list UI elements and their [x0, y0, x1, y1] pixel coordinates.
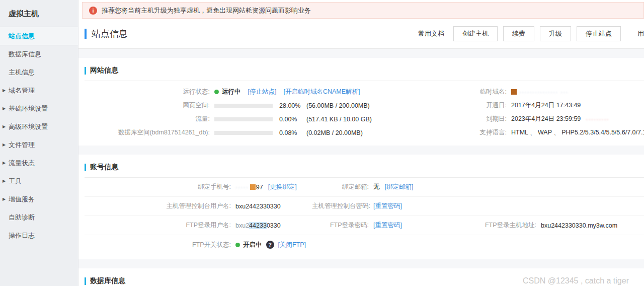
- ftp-switch-label: FTP开关状态:: [85, 241, 235, 249]
- sidebar-item-label: 文件管理: [9, 141, 35, 149]
- create-host-button[interactable]: 创建主机: [453, 26, 498, 41]
- expire-date-label: 到期日:: [385, 115, 511, 123]
- expand-arrow-icon: ▶: [3, 154, 6, 172]
- sidebar-menu: 站点信息数据库信息主机信息▶域名管理▶基础环境设置▶高级环境设置▶文件管理▶流量…: [0, 27, 78, 245]
- website-info-header: 网站信息: [85, 65, 644, 76]
- upgrade-notice-bar: i 推荐您将当前主机升级为独享虚机，避免出现网站耗资源问题而影响业务: [82, 2, 644, 19]
- clipped-header-text[interactable]: 用: [637, 29, 644, 38]
- email-label: 绑定邮箱:: [312, 183, 373, 191]
- language-value: HTML 、 WAP 、 PHP5.2/5.3/5.4/5.5/5.6/7.0/…: [511, 128, 644, 137]
- expand-arrow-icon: ▶: [3, 118, 6, 136]
- section-accent-bar: [85, 164, 86, 171]
- open-date-value: 2017年4月24日 17:43:49: [511, 101, 644, 110]
- sidebar-item-site-info[interactable]: 站点信息: [0, 27, 78, 45]
- web-space-progressbar: [214, 104, 273, 108]
- common-docs-link[interactable]: 常用文档: [418, 29, 444, 38]
- renew-button[interactable]: 续费: [503, 26, 534, 41]
- bind-email-link[interactable]: [绑定邮箱]: [385, 183, 414, 191]
- sidebar-item-file-manage[interactable]: ▶文件管理: [0, 136, 78, 154]
- masked-block-icon: [250, 184, 256, 190]
- sidebar-title: 虚拟主机: [0, 0, 78, 27]
- sidebar-item-label: 高级环境设置: [9, 123, 48, 130]
- close-ftp-link[interactable]: [关闭FTP]: [278, 241, 306, 249]
- ftp-host-value: bxu2442330330.my3w.com: [541, 222, 644, 229]
- ftp-user-row: FTP登录用户名: bxu2442330330 FTP登录密码: [重置密码] …: [85, 216, 644, 235]
- enable-cname-link[interactable]: [开启临时域名CNAME解析]: [283, 88, 360, 96]
- section-accent-bar: [85, 67, 86, 75]
- sidebar-item-database-info[interactable]: 数据库信息: [0, 45, 78, 63]
- console-user-value: bxu2442330330: [235, 203, 312, 210]
- sidebar-item-label: 主机信息: [9, 68, 35, 76]
- ftp-switch-status: 开启中: [243, 241, 262, 249]
- sidebar-item-self-diagnosis[interactable]: 自助诊断: [0, 208, 78, 227]
- db-space-percent: 0.08%: [279, 129, 306, 136]
- sidebar-item-label: 自助诊断: [9, 213, 35, 221]
- web-space-row: 网页空间: 28.00% (56.00MB / 200.00MB) 开通日: 2…: [85, 99, 644, 112]
- traffic-progressbar: [214, 117, 273, 121]
- running-status-dot-icon: [214, 90, 219, 94]
- help-question-icon[interactable]: ?: [266, 241, 274, 249]
- info-icon: i: [89, 7, 97, 15]
- sidebar-item-label: 站点信息: [9, 32, 35, 40]
- reset-ftp-pwd-link[interactable]: [重置密码]: [373, 221, 402, 230]
- change-phone-link[interactable]: [更换绑定]: [268, 183, 297, 191]
- sidebar-item-label: 域名管理: [9, 87, 35, 94]
- sidebar-item-traffic-status[interactable]: ▶流量状态: [0, 154, 78, 172]
- phone-row: 绑定手机号: ····· 97 [更换绑定] 绑定邮箱: 无 [绑定邮箱]: [85, 178, 644, 197]
- phone-masked-value: ·····: [235, 184, 249, 191]
- sidebar-item-advanced-env[interactable]: ▶高级环境设置: [0, 118, 78, 136]
- temp-domain-masked-value: ··············· ···: [519, 89, 568, 96]
- masked-block-icon: [511, 89, 517, 95]
- temp-domain-label: 临时域名:: [385, 88, 511, 96]
- stop-site-button[interactable]: 停止站点: [577, 26, 621, 41]
- traffic-detail: (517.41 KB / 10.00 GB): [306, 116, 372, 123]
- run-status-value: 运行中: [222, 88, 241, 96]
- phone-label: 绑定手机号:: [85, 183, 235, 191]
- ftp-host-label: FTP登录主机地址:: [481, 221, 541, 230]
- sidebar-item-operation-log[interactable]: 操作日志: [0, 227, 78, 245]
- expand-arrow-icon: ▶: [3, 82, 6, 100]
- stop-site-link[interactable]: [停止站点]: [248, 88, 277, 96]
- account-info-section: 账号信息 绑定手机号: ····· 97 [更换绑定] 绑定邮箱: 无 [绑定邮…: [78, 155, 644, 259]
- run-status-row: 运行状态: 运行中 [停止站点] [开启临时域名CNAME解析] 临时域名: ·…: [85, 85, 644, 99]
- database-info-title: 数据库信息: [90, 276, 125, 285]
- traffic-label: 流量:: [85, 115, 214, 123]
- traffic-row: 流量: 0.00% (517.41 KB / 10.00 GB) 到期日: 20…: [85, 112, 644, 126]
- expire-date-value: 2023年4月24日 23:59:59: [511, 115, 581, 123]
- run-status-label: 运行状态:: [85, 88, 214, 96]
- divider: [85, 81, 644, 81]
- expand-arrow-icon: ▶: [3, 190, 6, 208]
- expand-arrow-icon: ▶: [3, 100, 6, 118]
- web-space-detail: (56.00MB / 200.00MB): [306, 102, 370, 109]
- console-user-label: 主机管理控制台用户名:: [85, 202, 235, 210]
- notice-text: 推荐您将当前主机升级为独享虚机，避免出现网站耗资源问题而影响业务: [102, 6, 311, 15]
- sidebar-item-label: 流量状态: [9, 159, 35, 167]
- section-gap: [78, 49, 644, 58]
- expire-masked-value: ·········: [586, 116, 609, 123]
- website-info-title: 网站信息: [90, 66, 118, 75]
- ftp-pwd-label: FTP登录密码:: [312, 221, 373, 230]
- sidebar-item-basic-env[interactable]: ▶基础环境设置: [0, 100, 78, 118]
- database-info-section: 数据库信息 CSDN @12345 , catch a tiger: [78, 268, 644, 286]
- console-user-row: 主机管理控制台用户名: bxu2442330330 主机管理控制台密码: [重置…: [85, 197, 644, 216]
- sidebar-item-value-added[interactable]: ▶增值服务: [0, 190, 78, 208]
- sidebar: 虚拟主机 站点信息数据库信息主机信息▶域名管理▶基础环境设置▶高级环境设置▶文件…: [0, 0, 78, 286]
- reset-console-pwd-link[interactable]: [重置密码]: [373, 202, 402, 210]
- db-space-detail: (0.02MB / 20.00MB): [306, 129, 363, 136]
- email-value: 无: [373, 183, 380, 191]
- db-space-progressbar: [214, 131, 273, 135]
- main-content: i 推荐您将当前主机升级为独享虚机，避免出现网站耗资源问题而影响业务 站点信息 …: [78, 0, 644, 286]
- ftp-user-value: bxu2442330330: [235, 222, 312, 229]
- expand-arrow-icon: ▶: [3, 172, 6, 190]
- language-label: 支持语言:: [385, 128, 511, 137]
- sidebar-item-host-info[interactable]: 主机信息: [0, 63, 78, 82]
- sidebar-item-domain-manage[interactable]: ▶域名管理: [0, 82, 78, 100]
- traffic-percent: 0.00%: [279, 116, 306, 123]
- section-gap: [78, 259, 644, 268]
- ftp-on-status-dot-icon: [235, 243, 240, 247]
- sidebar-item-label: 工具: [9, 177, 22, 185]
- upgrade-button[interactable]: 升级: [540, 26, 571, 41]
- sidebar-item-label: 数据库信息: [9, 50, 41, 58]
- sidebar-item-label: 增值服务: [9, 195, 35, 203]
- sidebar-item-tools[interactable]: ▶工具: [0, 172, 78, 190]
